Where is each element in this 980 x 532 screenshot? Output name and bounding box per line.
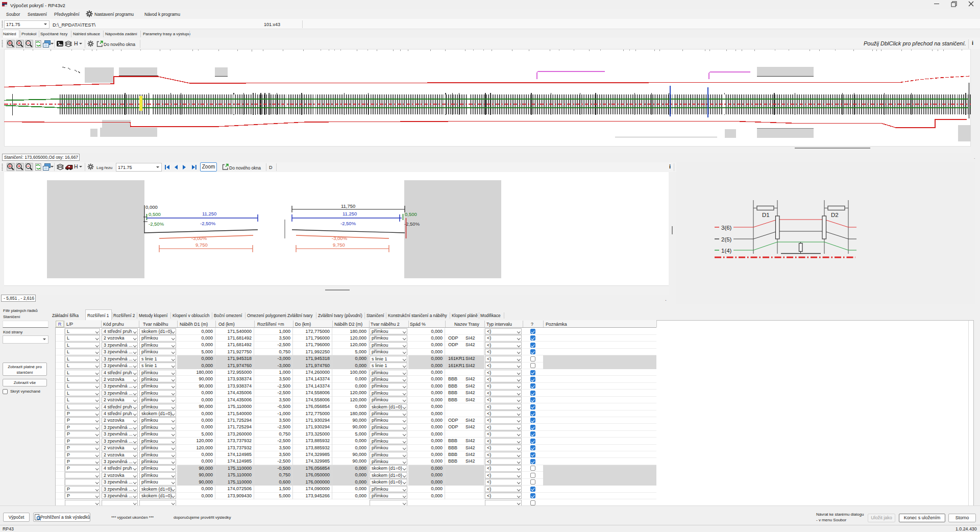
svg-text:-2,50%: -2,50% [149,221,164,227]
svg-text:D2: D2 [831,212,839,218]
svg-text:11,250: 11,250 [202,211,216,216]
svg-text:-2,50%: -2,50% [200,221,216,226]
svg-text:D1: D1 [762,212,770,218]
svg-text:9,750: 9,750 [333,242,345,248]
svg-text:9,750: 9,750 [195,242,208,248]
svg-text:11,250: 11,250 [342,211,357,216]
svg-text:-2,50%: -2,50% [340,221,356,226]
svg-text:0,500: 0,500 [405,211,417,217]
svg-text:0,000: 0,000 [145,204,158,210]
svg-text:-3,00%: -3,00% [191,235,207,241]
svg-text:1(4): 1(4) [721,248,732,254]
svg-text:3(6): 3(6) [721,225,732,231]
svg-text:11,750: 11,750 [341,203,355,209]
svg-text:0,500: 0,500 [149,211,161,217]
svg-text:-3,00%: -3,00% [332,235,348,241]
svg-text:-2,50%: -2,50% [404,221,420,227]
svg-text:2(5): 2(5) [721,236,732,243]
